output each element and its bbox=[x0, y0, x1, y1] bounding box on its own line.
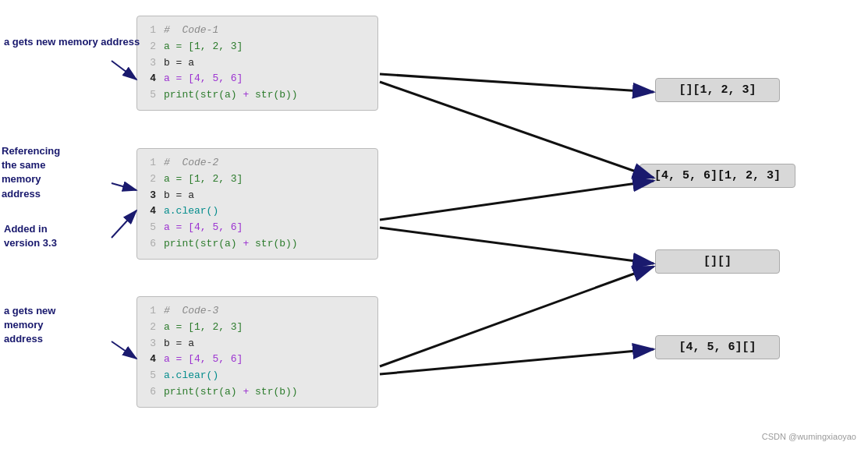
code-box-2: 1 # Code-2 2 a = [1, 2, 3] 3 b = a 4 a.c… bbox=[136, 148, 378, 260]
code2-line5: 5 a = [4, 5, 6] bbox=[147, 220, 368, 236]
code3-line1: 1 # Code-3 bbox=[147, 303, 368, 320]
code1-line3: 3 b = a bbox=[147, 55, 368, 72]
label3-arrow bbox=[112, 210, 136, 238]
code3-line3: 3 b = a bbox=[147, 336, 368, 352]
result-box-3: [][] bbox=[655, 249, 780, 274]
arrow-code2-result2 bbox=[380, 181, 654, 220]
code2-line2: 2 a = [1, 2, 3] bbox=[147, 171, 368, 188]
code2-line3: 3 b = a bbox=[147, 188, 368, 204]
result-box-1: [][1, 2, 3] bbox=[655, 78, 780, 102]
result-box-4: [4, 5, 6][] bbox=[655, 335, 780, 359]
arrow-code3-result4 bbox=[380, 349, 654, 374]
code3-line6: 6 print(str(a) + str(b)) bbox=[147, 384, 368, 401]
arrow-code1-result1 bbox=[380, 74, 654, 92]
code2-line6: 6 print(str(a) + str(b)) bbox=[147, 236, 368, 253]
diagram-container: 1 # Code-1 2 a = [1, 2, 3] 3 b = a 4 a =… bbox=[0, 0, 868, 449]
code-box-1: 1 # Code-1 2 a = [1, 2, 3] 3 b = a 4 a =… bbox=[136, 16, 378, 111]
code2-line4: 4 a.clear() bbox=[147, 203, 368, 220]
code3-line2: 2 a = [1, 2, 3] bbox=[147, 320, 368, 336]
arrow-code3-result3 bbox=[380, 267, 654, 366]
code-box-3: 1 # Code-3 2 a = [1, 2, 3] 3 b = a 4 a =… bbox=[136, 296, 378, 408]
code2-line1: 1 # Code-2 bbox=[147, 155, 368, 171]
label2-arrow-top bbox=[112, 183, 136, 190]
arrow-code1-result2 bbox=[380, 82, 654, 178]
code1-line1: 1 # Code-1 bbox=[147, 23, 368, 39]
code3-line5: 5 a.clear() bbox=[147, 368, 368, 384]
arrow-code2-result3 bbox=[380, 228, 654, 263]
label4-arrow bbox=[112, 341, 136, 359]
label-1: a gets new memory address bbox=[4, 35, 140, 49]
label-2: Referencingthe samememoryaddress bbox=[2, 144, 60, 201]
result-box-2: [4, 5, 6][1, 2, 3] bbox=[639, 164, 795, 188]
label1-arrow bbox=[112, 61, 136, 80]
arrows-svg bbox=[0, 0, 868, 449]
watermark: CSDN @wumingxiaoyao bbox=[762, 432, 856, 441]
code1-line5: 5 print(str(a) + str(b)) bbox=[147, 87, 368, 104]
code3-line4: 4 a = [4, 5, 6] bbox=[147, 352, 368, 368]
label-3: Added inversion 3.3 bbox=[4, 222, 57, 250]
code1-line2: 2 a = [1, 2, 3] bbox=[147, 39, 368, 55]
label-4: a gets newmemoryaddress bbox=[4, 304, 55, 347]
code1-line4: 4 a = [4, 5, 6] bbox=[147, 71, 368, 87]
